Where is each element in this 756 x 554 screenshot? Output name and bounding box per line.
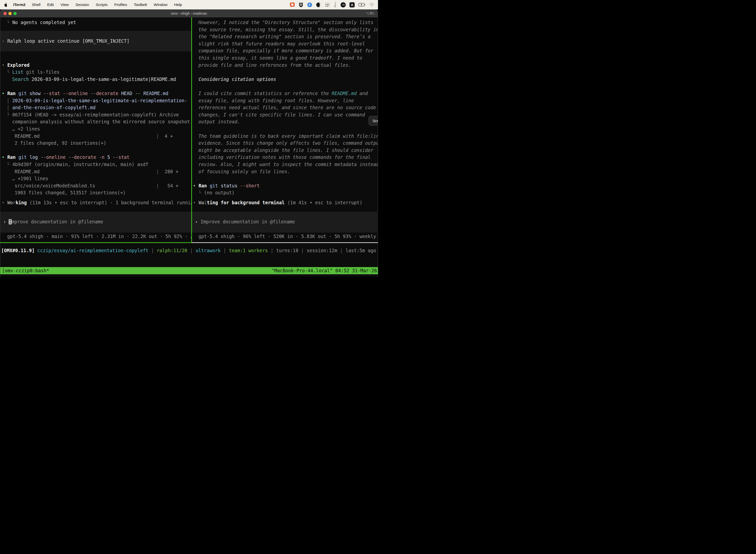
blue-bolt-badge-icon[interactable] bbox=[307, 2, 312, 7]
window-title: omx --xhigh --madmax bbox=[0, 9, 378, 17]
dots-grid-icon[interactable] bbox=[325, 2, 330, 7]
terminal-line: companion analysis without altering the … bbox=[12, 119, 190, 125]
screen-tooltip: Scre bbox=[369, 116, 378, 126]
terminal-line: [OMX#0.11.9] cczip/essay/ai-reimplementa… bbox=[1, 248, 376, 254]
countdown-badge-icon[interactable]: ..61 bbox=[340, 2, 346, 7]
app-name[interactable]: iTerm2 bbox=[13, 2, 25, 7]
terminal-line: However, I noticed the "Directory Struct… bbox=[198, 19, 373, 25]
terminal-line: gpt-5.4 xhigh · 96% left · 520K in · 5.8… bbox=[198, 233, 378, 239]
terminal-line: this single essay, it seems like a good … bbox=[198, 55, 362, 61]
terminal-line: • Waiting for background terminal (1m 41… bbox=[193, 200, 362, 206]
terminal-line: └ No agents completed yet bbox=[7, 19, 76, 25]
tmux-session-name[interactable]: [omx-cczip0:bash* bbox=[2, 267, 49, 274]
terminal-line: • Explored bbox=[2, 62, 29, 68]
menu-bar-status-icons: ..61 A bbox=[290, 2, 375, 7]
terminal-line: README.md | 280 + bbox=[15, 169, 178, 174]
terminal-line: └ List git ls-files bbox=[7, 69, 60, 75]
menu-item-edit[interactable]: Edit bbox=[47, 2, 54, 7]
menu-item-profiles[interactable]: Profiles bbox=[114, 2, 127, 7]
window-title-bar: omx --xhigh --madmax ⌥⌘1 bbox=[0, 9, 378, 17]
terminal-line: provide file and line references from th… bbox=[198, 62, 351, 68]
tmux-pane-divider[interactable] bbox=[191, 17, 192, 242]
menu-items: ShellEditViewSessionScriptsProfilesToolb… bbox=[32, 2, 182, 7]
wifi-icon[interactable] bbox=[369, 3, 375, 7]
input-source-icon[interactable]: A bbox=[350, 2, 355, 7]
terminal-line: … +1901 lines bbox=[12, 176, 48, 181]
terminal-line: 2 files changed, 92 insertions(+) bbox=[15, 140, 106, 146]
terminal-line: review. Also, I might want to inspect th… bbox=[198, 162, 378, 167]
omx-status-bar: [OMX#0.11.9] cczip/essay/ai-reimplementa… bbox=[1, 248, 378, 254]
tmux-pane-right[interactable]: However, I noticed the "Directory Struct… bbox=[192, 17, 378, 242]
window-shortcut-badge: ⌥⌘1 bbox=[366, 9, 375, 17]
terminal-line: └ 4b9d30f (origin/main, instructkr/main,… bbox=[7, 162, 148, 167]
squiggle-icon[interactable] bbox=[334, 2, 337, 7]
terminal-line: including verification notes with those … bbox=[198, 154, 371, 160]
tmux-status-bar: [omx-cczip0:bash* "MacBook-Pro-44.local"… bbox=[0, 267, 378, 274]
terminal-line: └ 067f154 (HEAD -> essay/ai-reimplementa… bbox=[7, 112, 179, 118]
terminal-line: companion file, especially if more comme… bbox=[198, 48, 373, 54]
terminal-line: … +2 lines bbox=[12, 126, 40, 132]
terminal-line: of focusing solely on file lines. bbox=[198, 169, 290, 174]
menu-item-scripts[interactable]: Scripts bbox=[96, 2, 107, 7]
terminal-line: 1903 files changed, 513517 insertions(+) bbox=[15, 190, 126, 196]
screenshot-chat-icon[interactable] bbox=[290, 2, 295, 7]
terminal-line: src/voice/voiceModeEnabled.ts | 54 + bbox=[15, 183, 179, 189]
terminal-line: • Ran git log --oneline --decorate -n 5 … bbox=[2, 154, 129, 160]
terminal-line: └ (no output) bbox=[198, 190, 235, 196]
terminal-line: output instead. bbox=[198, 119, 240, 125]
terminal-line: the "Related research writing" section i… bbox=[198, 34, 371, 40]
terminal-line: Search 2026-03-09-is-legal-the-same-as-l… bbox=[12, 76, 176, 82]
terminal-line: slight risk that future readers may over… bbox=[198, 41, 365, 47]
menu-item-shell[interactable]: Shell bbox=[32, 2, 41, 7]
terminal-line: changes, I can't cite specific file line… bbox=[198, 112, 365, 118]
terminal-line: Considering citation options bbox=[198, 76, 276, 82]
apple-menu-icon[interactable] bbox=[3, 2, 8, 7]
terminal-line: the source tree, missing the essay. Stil… bbox=[198, 27, 378, 33]
menu-item-view[interactable]: View bbox=[61, 2, 69, 7]
terminal-window: └ No agents completed yet› Ralph loop ac… bbox=[0, 17, 378, 277]
menu-item-window[interactable]: Window bbox=[154, 2, 168, 7]
menu-item-toolbelt[interactable]: Toolbelt bbox=[134, 2, 147, 7]
terminal-line: The team guideline is to back every impo… bbox=[198, 133, 378, 139]
battery-icon[interactable] bbox=[359, 3, 365, 6]
tmux-pane-left[interactable]: └ No agents completed yet› Ralph loop ac… bbox=[0, 17, 191, 242]
tmux-host-clock: "MacBook-Pro-44.local" 04:52 31-Mar-26 bbox=[271, 267, 377, 274]
terminal-line: I could cite commit statistics or refere… bbox=[198, 91, 368, 96]
terminal-line: references need actual files, and since … bbox=[198, 105, 376, 110]
terminal-line: might be acceptable alongside the file l… bbox=[198, 148, 373, 153]
terminal-line: evidence. Since this change only affects… bbox=[198, 140, 378, 146]
tmux-pane-border-active bbox=[0, 242, 192, 243]
menu-item-help[interactable]: Help bbox=[174, 2, 182, 7]
tmux-pane-border-inactive bbox=[192, 242, 378, 243]
menu-bar: iTerm2 ShellEditViewSessionScriptsProfil… bbox=[0, 0, 378, 9]
keyboard-shield-icon[interactable] bbox=[299, 2, 303, 7]
terminal-line: gpt-5.4 xhigh · main · 91% left · 2.31M … bbox=[7, 233, 191, 239]
terminal-line: essay file, along with finding root file… bbox=[198, 98, 354, 104]
terminal-line: │ 2026-03-09-is-legal-the-same-as-legiti… bbox=[7, 98, 187, 104]
dark-pie-icon[interactable] bbox=[316, 2, 321, 7]
menu-item-session[interactable]: Session bbox=[75, 2, 89, 7]
terminal-line: │ and-the-erosion-of-copyleft.md bbox=[7, 105, 96, 110]
terminal-line: README.md | 4 + bbox=[15, 133, 173, 139]
terminal-line: • Ran git show --stat --oneline --decora… bbox=[2, 91, 169, 96]
terminal-line: › Ralph loop active continue [OMX_TMUX_I… bbox=[2, 38, 129, 44]
terminal-line: › Improve documentation in @filename bbox=[195, 219, 295, 225]
terminal-line: › Improve documentation in @filename bbox=[3, 219, 103, 225]
terminal-line: • Working (11m 13s • esc to interrupt) ·… bbox=[2, 200, 191, 206]
terminal-line: • Ran git status --short bbox=[193, 183, 260, 189]
